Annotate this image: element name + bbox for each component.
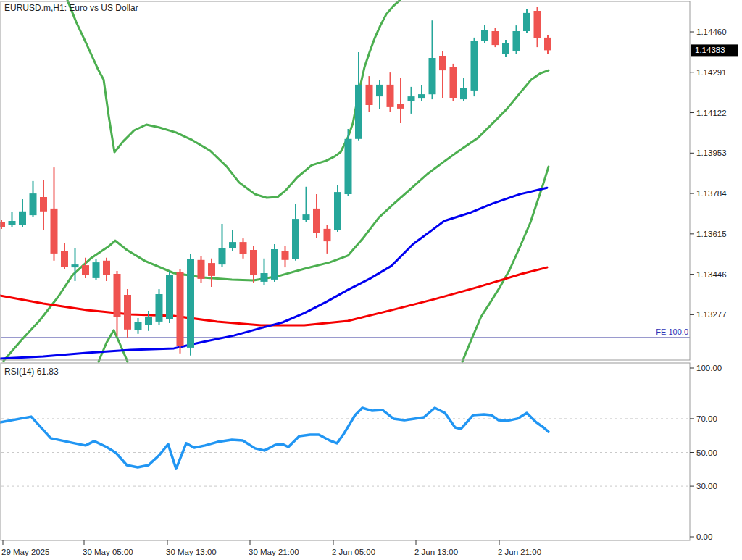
price-tick-label: 1.13446 bbox=[696, 270, 727, 279]
symbol-title: EURUSD.m,H1: Euro vs US Dollar bbox=[4, 3, 138, 13]
fe-level-label[interactable]: FE 100.0 bbox=[656, 327, 688, 336]
time-tick-label: 30 May 05:00 bbox=[83, 548, 133, 556]
price-tick-label: 1.13953 bbox=[696, 149, 727, 157]
current-price-tag: 1.14383 bbox=[691, 44, 738, 56]
rsi-tick-label: 70.00 bbox=[696, 414, 717, 423]
rsi-tick-label: 50.00 bbox=[696, 448, 717, 457]
price-tick-label: 1.14460 bbox=[696, 28, 727, 36]
rsi-tick-label: 100.00 bbox=[696, 364, 722, 372]
main-chart-surface[interactable] bbox=[1, 1, 690, 360]
price-tick-label: 1.13277 bbox=[696, 310, 727, 319]
time-tick-label: 2 Jun 05:00 bbox=[332, 548, 375, 556]
time-tick-label: 29 May 2025 bbox=[1, 548, 50, 556]
time-tick-label: 30 May 13:00 bbox=[166, 548, 217, 556]
price-tick-label: 1.14291 bbox=[696, 68, 727, 77]
price-tick-label: 1.14122 bbox=[696, 109, 727, 117]
price-tick-label: 1.13784 bbox=[696, 189, 727, 198]
rsi-panel-surface[interactable] bbox=[1, 363, 690, 540]
rsi-label: RSI(14) 61.83 bbox=[4, 367, 59, 377]
current-price-tag-value: 1.14383 bbox=[695, 46, 725, 54]
time-tick-label: 2 Jun 13:00 bbox=[414, 548, 458, 556]
rsi-tick-label: 0.00 bbox=[696, 532, 712, 541]
price-tick-label: 1.13615 bbox=[696, 230, 727, 238]
time-tick-label: 30 May 21:00 bbox=[249, 548, 299, 556]
time-tick-label: 2 Jun 21:00 bbox=[498, 548, 541, 556]
price-chart-canvas: 1.144601.142911.141221.139531.137841.136… bbox=[0, 0, 742, 560]
rsi-tick-label: 30.00 bbox=[696, 482, 717, 490]
trading-platform-window: 1.144601.142911.141221.139531.137841.136… bbox=[0, 0, 742, 560]
